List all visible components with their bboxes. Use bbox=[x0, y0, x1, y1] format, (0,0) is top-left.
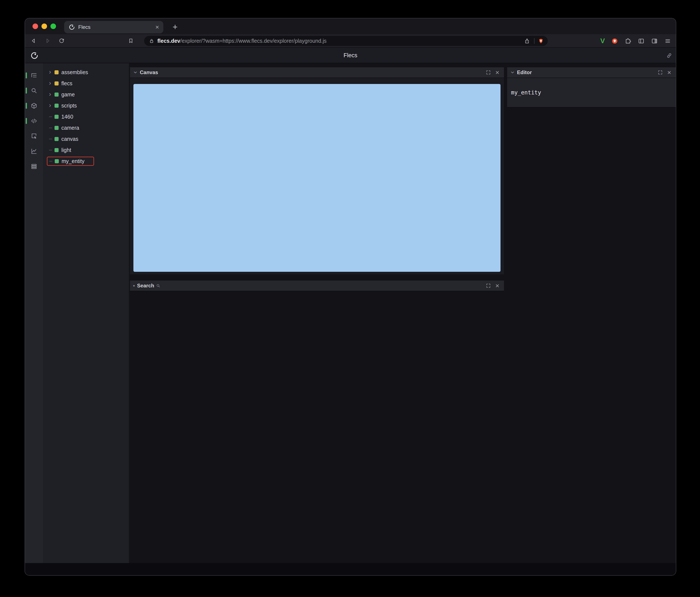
maximize-window-button[interactable] bbox=[50, 24, 56, 29]
close-panel-icon[interactable]: × bbox=[494, 69, 501, 76]
new-tab-button[interactable]: + bbox=[170, 21, 181, 32]
active-indicator bbox=[26, 87, 27, 94]
search-magnifier-icon bbox=[155, 282, 162, 289]
sidebar-item-tree[interactable] bbox=[25, 68, 43, 83]
editor-panel-header: Editor × bbox=[507, 67, 676, 78]
sidebar-item-scripts[interactable] bbox=[25, 113, 43, 128]
sidebar-item-query[interactable] bbox=[25, 83, 43, 98]
tab-title: Flecs bbox=[78, 24, 155, 30]
leaf-dash-icon bbox=[49, 161, 52, 161]
tree-row-canvas[interactable]: canvas bbox=[43, 133, 129, 145]
adblock-extension-icon[interactable] bbox=[611, 37, 618, 45]
vimium-extension-icon[interactable]: V bbox=[600, 37, 605, 45]
active-indicator bbox=[26, 103, 27, 109]
close-window-button[interactable] bbox=[32, 24, 38, 29]
panel-title: Editor bbox=[517, 70, 532, 75]
close-panel-icon[interactable]: × bbox=[666, 69, 673, 76]
module-icon bbox=[54, 81, 58, 85]
entity-icon bbox=[54, 115, 58, 119]
back-button[interactable] bbox=[29, 36, 39, 46]
chart-icon bbox=[30, 148, 38, 155]
bookmark-icon[interactable] bbox=[126, 36, 136, 46]
code-icon bbox=[30, 118, 38, 124]
tree-row-label: scripts bbox=[61, 103, 77, 109]
traffic-lights bbox=[32, 24, 56, 29]
tree-row-label: camera bbox=[61, 125, 79, 131]
extensions-puzzle-icon[interactable] bbox=[625, 37, 631, 45]
tree-row-flecs[interactable]: › flecs bbox=[43, 78, 129, 89]
tree-row-camera[interactable]: camera bbox=[43, 122, 129, 133]
canvas-panel: Canvas × bbox=[130, 67, 504, 274]
entity-icon bbox=[55, 159, 59, 163]
extension-cluster: V bbox=[600, 36, 671, 46]
editor-content-area[interactable]: my_entity bbox=[507, 78, 676, 107]
expand-chevron-icon[interactable]: › bbox=[49, 91, 51, 97]
flecs-explorer-page: Flecs bbox=[25, 48, 676, 575]
canvas-panel-body bbox=[130, 78, 504, 274]
share-icon[interactable] bbox=[523, 37, 531, 45]
entity-tree-panel: › assemblies › flecs › game › sc bbox=[43, 63, 129, 563]
tree-row-label: flecs bbox=[61, 80, 72, 86]
left-icon-sidebar bbox=[25, 63, 43, 563]
page-title: Flecs bbox=[25, 48, 676, 63]
collapse-chevron-icon[interactable] bbox=[510, 70, 515, 75]
expand-chevron-icon[interactable]: › bbox=[49, 102, 51, 108]
app-content: › assemblies › flecs › game › sc bbox=[25, 63, 676, 575]
cube-icon bbox=[30, 102, 38, 109]
reload-button[interactable] bbox=[57, 36, 67, 46]
tree-row-1460[interactable]: 1460 bbox=[43, 111, 129, 122]
inspect-cursor-icon bbox=[30, 133, 38, 139]
tree-row-light[interactable]: light bbox=[43, 145, 129, 156]
tree-row-label: assemblies bbox=[61, 69, 88, 75]
active-indicator bbox=[26, 73, 27, 78]
tab-close-button[interactable]: × bbox=[155, 24, 159, 30]
browser-tab-flecs[interactable]: Flecs × bbox=[64, 21, 164, 33]
collapsed-bullet-icon[interactable]: • bbox=[133, 283, 135, 288]
leaf-dash-icon bbox=[49, 139, 52, 139]
minimize-window-button[interactable] bbox=[42, 24, 47, 29]
menu-icon[interactable] bbox=[664, 37, 671, 45]
reading-list-panel-icon[interactable] bbox=[651, 37, 658, 45]
expand-panel-icon[interactable] bbox=[485, 69, 492, 76]
expand-panel-icon[interactable] bbox=[657, 69, 664, 76]
tree-row-assemblies[interactable]: › assemblies bbox=[43, 67, 129, 78]
share-link-icon[interactable] bbox=[666, 52, 672, 59]
center-panel-area: Canvas × • Search bbox=[130, 63, 504, 563]
forward-button[interactable] bbox=[43, 36, 53, 46]
url-domain: flecs.dev bbox=[157, 38, 180, 44]
address-bar[interactable]: flecs.dev/explorer/?wasm=https://www.fle… bbox=[144, 36, 548, 46]
close-panel-icon[interactable]: × bbox=[494, 282, 501, 289]
sidebar-item-memory[interactable] bbox=[25, 159, 43, 174]
sidebar-item-stats[interactable] bbox=[25, 144, 43, 159]
expand-panel-icon[interactable] bbox=[485, 282, 492, 289]
tree-row-game[interactable]: › game bbox=[43, 89, 129, 100]
editor-panel: Editor × my_entity bbox=[507, 67, 676, 575]
entity-icon bbox=[54, 126, 58, 130]
sidebar-toggle-icon[interactable] bbox=[638, 37, 645, 45]
brave-shields-icon[interactable] bbox=[538, 38, 544, 44]
module-icon bbox=[54, 70, 58, 74]
search-icon bbox=[30, 87, 38, 94]
entity-icon bbox=[54, 137, 58, 141]
entity-icon bbox=[54, 104, 58, 108]
collapse-chevron-icon[interactable] bbox=[133, 70, 138, 75]
expand-chevron-icon[interactable]: › bbox=[49, 80, 51, 86]
entity-icon bbox=[54, 93, 58, 97]
tree-row-scripts[interactable]: › scripts bbox=[43, 100, 129, 111]
app-header: Flecs bbox=[25, 48, 676, 63]
entity-icon bbox=[54, 148, 58, 152]
lock-icon bbox=[149, 38, 154, 44]
tab-strip: Flecs × + bbox=[25, 18, 676, 34]
tree-row-label: light bbox=[61, 147, 71, 153]
tree-row-label: game bbox=[61, 92, 75, 98]
panel-title: Search bbox=[137, 283, 154, 289]
tree-row-my-entity-selected[interactable]: my_entity bbox=[43, 156, 129, 167]
editor-code-text: my_entity bbox=[511, 89, 541, 96]
canvas-viewport[interactable] bbox=[133, 84, 501, 272]
sidebar-item-entities[interactable] bbox=[25, 98, 43, 113]
search-panel-header: • Search × bbox=[130, 281, 504, 291]
expand-chevron-icon[interactable]: › bbox=[49, 69, 51, 75]
address-bar-divider bbox=[534, 38, 534, 44]
sidebar-item-inspect[interactable] bbox=[25, 128, 43, 144]
selection-highlight-box: my_entity bbox=[47, 157, 94, 166]
